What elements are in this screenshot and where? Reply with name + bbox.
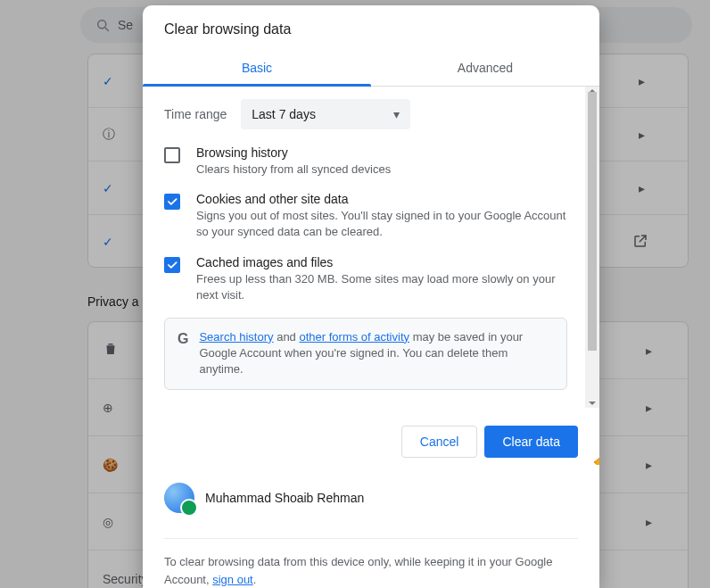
dialog-tabs: Basic Advanced: [143, 50, 599, 87]
item-desc: Signs you out of most sites. You'll stay…: [196, 208, 567, 240]
item-title: Browsing history: [196, 145, 391, 160]
item-title: Cookies and other site data: [196, 192, 567, 206]
checkbox-cache[interactable]: [164, 257, 180, 273]
sign-out-link[interactable]: sign out: [212, 573, 253, 586]
info-text: Search history and other forms of activi…: [199, 329, 554, 378]
scrollbar-thumb[interactable]: [588, 92, 597, 351]
tab-basic[interactable]: Basic: [143, 50, 371, 86]
time-range-select[interactable]: Last 7 days ▾: [241, 99, 410, 129]
other-activity-link[interactable]: other forms of activity: [299, 330, 409, 344]
scroll-down-icon[interactable]: [589, 402, 596, 405]
chevron-down-icon: ▾: [393, 107, 400, 121]
item-desc: Frees up less than 320 MB. Some sites ma…: [196, 271, 567, 303]
checkbox-cookies[interactable]: [164, 194, 180, 210]
item-desc: Clears history from all synced devices: [196, 161, 391, 178]
signed-in-user: Muhammad Shoaib Rehman: [164, 483, 578, 539]
dialog-title: Clear browsing data: [143, 5, 599, 37]
time-range-label: Time range: [164, 107, 227, 121]
dialog-actions: Cancel Clear data: [143, 408, 599, 458]
cancel-button[interactable]: Cancel: [401, 426, 478, 458]
user-name: Muhammad Shoaib Rehman: [205, 491, 364, 505]
time-range-value: Last 7 days: [252, 107, 316, 121]
tab-advanced[interactable]: Advanced: [371, 50, 599, 86]
scrollbar-track[interactable]: [585, 87, 599, 408]
google-logo-icon: G: [178, 329, 188, 349]
google-info-box: G Search history and other forms of acti…: [164, 318, 567, 390]
item-title: Cached images and files: [196, 255, 567, 269]
bottom-note: To clear browsing data from this device …: [143, 539, 599, 588]
clear-data-button[interactable]: Clear data: [484, 426, 578, 458]
checkbox-browsing-history[interactable]: [164, 147, 180, 163]
avatar: [164, 483, 194, 513]
clear-browsing-data-dialog: Clear browsing data Basic Advanced Time …: [143, 5, 599, 588]
search-history-link[interactable]: Search history: [199, 330, 273, 344]
dialog-scrollarea: Time range Last 7 days ▾ Browsing histor…: [143, 87, 599, 408]
